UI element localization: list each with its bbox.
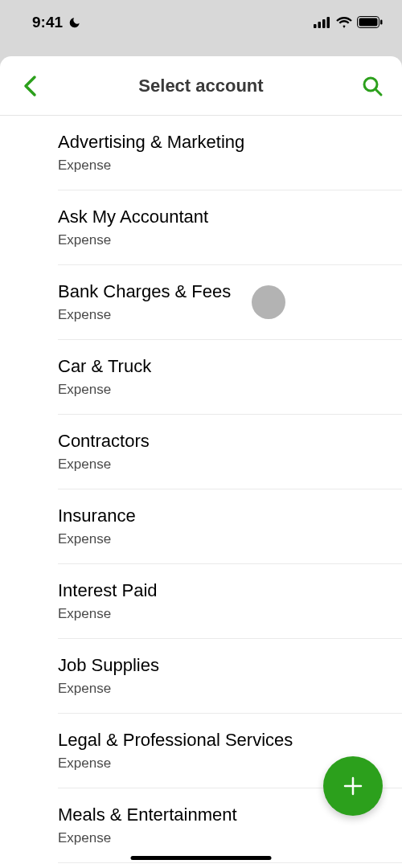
account-row-interest-paid[interactable]: Interest Paid Expense bbox=[58, 564, 402, 639]
account-subtitle: Expense bbox=[58, 158, 384, 174]
account-row-insurance[interactable]: Insurance Expense bbox=[58, 489, 402, 564]
account-row-ask-my-accountant[interactable]: Ask My Accountant Expense bbox=[58, 190, 402, 265]
chevron-left-icon bbox=[23, 75, 37, 97]
svg-rect-5 bbox=[359, 18, 378, 27]
svg-rect-1 bbox=[318, 22, 322, 28]
account-subtitle: Expense bbox=[58, 531, 384, 547]
search-button[interactable] bbox=[360, 74, 384, 98]
account-title: Advertising & Marketing bbox=[58, 132, 384, 153]
account-title: Legal & Professional Services bbox=[58, 730, 384, 751]
wifi-icon bbox=[336, 17, 352, 28]
add-button[interactable] bbox=[323, 756, 383, 816]
account-title: Car & Truck bbox=[58, 356, 384, 377]
account-title: Interest Paid bbox=[58, 580, 384, 601]
svg-rect-6 bbox=[380, 20, 383, 25]
signal-icon bbox=[314, 17, 331, 28]
account-row-advertising[interactable]: Advertising & Marketing Expense bbox=[58, 116, 402, 190]
page-title: Select account bbox=[42, 76, 360, 96]
account-row-contractors[interactable]: Contractors Expense bbox=[58, 415, 402, 489]
account-subtitle: Expense bbox=[58, 382, 384, 398]
back-button[interactable] bbox=[18, 74, 42, 98]
account-list: Advertising & Marketing Expense Ask My A… bbox=[0, 116, 402, 868]
account-row-bank-charges[interactable]: Bank Charges & Fees Expense bbox=[58, 265, 402, 340]
plus-icon bbox=[340, 773, 366, 799]
search-icon bbox=[361, 75, 384, 97]
home-indicator[interactable] bbox=[131, 856, 272, 860]
account-subtitle: Expense bbox=[58, 307, 384, 323]
svg-rect-0 bbox=[314, 24, 317, 28]
battery-icon bbox=[357, 16, 383, 28]
status-icons bbox=[314, 16, 383, 28]
account-subtitle: Expense bbox=[58, 457, 384, 473]
modal-sheet: Select account Advertising & Marketing E… bbox=[0, 56, 402, 868]
account-title: Contractors bbox=[58, 431, 384, 452]
header: Select account bbox=[0, 56, 402, 116]
touch-indicator bbox=[252, 285, 285, 319]
svg-line-8 bbox=[376, 89, 382, 95]
account-title: Job Supplies bbox=[58, 655, 384, 676]
account-row-office-supplies[interactable]: Office Supplies & Software Expense bbox=[58, 863, 402, 868]
account-subtitle: Expense bbox=[58, 830, 384, 846]
account-row-job-supplies[interactable]: Job Supplies Expense bbox=[58, 639, 402, 714]
account-subtitle: Expense bbox=[58, 681, 384, 697]
account-subtitle: Expense bbox=[58, 606, 384, 622]
account-title: Ask My Accountant bbox=[58, 207, 384, 227]
dnd-moon-icon bbox=[68, 16, 80, 29]
status-time: 9:41 bbox=[32, 14, 63, 31]
account-subtitle: Expense bbox=[58, 232, 384, 248]
svg-rect-2 bbox=[322, 19, 326, 28]
account-title: Insurance bbox=[58, 506, 384, 526]
account-row-car-truck[interactable]: Car & Truck Expense bbox=[58, 340, 402, 415]
status-bar: 9:41 bbox=[0, 0, 402, 44]
svg-rect-3 bbox=[327, 17, 330, 28]
account-title: Bank Charges & Fees bbox=[58, 281, 384, 302]
status-time-group: 9:41 bbox=[32, 14, 80, 31]
